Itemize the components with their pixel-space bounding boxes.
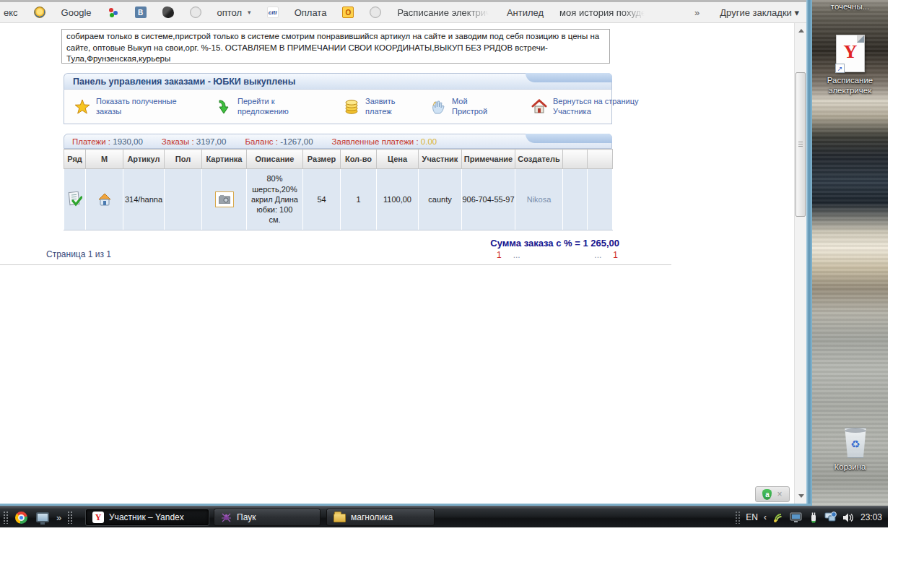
bookmark-citi[interactable]: citi (267, 7, 279, 18)
pagination-last[interactable]: 1 (613, 250, 618, 260)
row-description: 80% шерсть,20% акрил Длина юбки: 100 см. (247, 169, 303, 230)
bookmark-label: екс (4, 7, 18, 18)
orders-table: Ряд М Артикул Пол Картинка Описание Разм… (64, 149, 613, 230)
creator-link[interactable]: Nikosa (527, 195, 552, 204)
taskbar-task-yandex[interactable]: Y Участник – Yandex (85, 509, 209, 526)
col-ryad: Ряд (64, 150, 86, 169)
bookmark-item[interactable] (108, 7, 119, 18)
clock[interactable]: 23:03 (860, 512, 882, 522)
recycle-bin-icon[interactable]: ♻ (844, 428, 867, 458)
adguard-widget: a × (755, 486, 790, 502)
window-border (806, 0, 812, 506)
chrome-icon[interactable] (15, 512, 27, 524)
payments-value: 1930,00 (113, 137, 143, 146)
close-icon[interactable]: × (777, 490, 782, 499)
taskbar: » Y Участник – Yandex Паук магнолика EN (0, 506, 888, 527)
quick-launch: » (0, 506, 75, 528)
declared-payments-label: Заявленные платежи : (332, 137, 419, 146)
shortcut-arrow-icon: ↗ (835, 64, 845, 73)
bookmark-item[interactable] (34, 7, 45, 18)
recycle-bin-label[interactable]: Корзина (812, 462, 888, 472)
speaker-icon[interactable] (842, 512, 853, 523)
quick-launch-overflow-chevron[interactable]: » (56, 512, 61, 523)
bookmark-item[interactable] (162, 7, 174, 18)
arrow-down-icon (798, 494, 804, 498)
my-pristroy-button[interactable]: Мой Пристрой (430, 97, 489, 117)
row-empty-2 (588, 169, 613, 230)
bookmark-oplata[interactable]: Оплата (295, 7, 327, 18)
yandex-browser-icon: Y (92, 512, 104, 523)
toolbar-grip[interactable] (67, 511, 72, 524)
taskbar-task-magnolika[interactable]: магнолика (326, 509, 435, 526)
scrollbar-thumb[interactable] (796, 72, 806, 217)
col-size: Размер (303, 150, 341, 169)
bookmark-item[interactable] (190, 7, 201, 18)
folder-icon (334, 514, 346, 522)
bookmark-optol[interactable]: оптол▾ (217, 7, 251, 18)
table-row: 314/hanna 80% шерсть,20% акрил Длина юбк… (64, 169, 613, 230)
row-participant: caunty (419, 169, 462, 230)
house-icon[interactable] (97, 191, 113, 207)
go-to-offer-button[interactable]: Перейти к предложению (216, 97, 306, 117)
recycle-symbol-icon: ♻ (850, 438, 860, 451)
row-qty: 1 (341, 169, 377, 230)
toolbar-grip[interactable] (3, 511, 8, 524)
other-bookmarks-button[interactable]: Другие закладки ▾ (720, 7, 799, 18)
task-label: Паук (237, 512, 256, 522)
raspisanie-shortcut-icon[interactable]: Y ↗ (836, 35, 865, 72)
col-creator: Создатель (515, 150, 563, 169)
adguard-shield-icon[interactable]: a (762, 489, 772, 500)
camera-icon[interactable] (215, 191, 234, 207)
pagination: 1 ... ... 1 (497, 250, 618, 260)
pagination-dots-left: ... (513, 250, 520, 260)
desktop-icon-tochechny-label[interactable]: точечны... (812, 1, 888, 12)
bookmark-yandex-partial[interactable]: екс (4, 7, 18, 18)
raspisanie-shortcut-label[interactable]: Расписание электричек (812, 75, 888, 96)
scroll-down-button[interactable] (795, 490, 807, 502)
col-empty-2 (588, 150, 613, 169)
button-label: Показать полученные заказы (96, 97, 190, 117)
globe-icon (190, 7, 201, 18)
bookmark-item[interactable]: B (135, 7, 147, 18)
button-label: Мой Пристрой (452, 97, 489, 117)
stats-decoration (526, 134, 612, 143)
network-icon[interactable] (824, 512, 837, 523)
tray-chevron-icon[interactable]: ‹ (764, 512, 767, 522)
dark-bird-icon (162, 7, 174, 18)
col-note: Примечание (462, 150, 515, 169)
yellow-badge-icon (34, 7, 45, 18)
row-size: 54 (303, 169, 341, 230)
orders-value: 3197,00 (196, 137, 227, 146)
bookmark-raspisanie[interactable]: Расписание электрич (397, 7, 491, 18)
panel-toolbar: Показать полученные заказы Перейти к пре… (64, 90, 612, 124)
bookmark-label: моя история похуде (559, 7, 646, 18)
panel-title: Панель управления заказами - ЮБКИ выкупл… (73, 77, 295, 87)
display-tray-icon[interactable] (790, 512, 803, 523)
bookmarks-overflow-chevron[interactable]: » (694, 7, 699, 18)
button-label: Перейти к предложению (237, 97, 306, 117)
desktop: точечны... Y ↗ Расписание электричек ♻ К… (812, 0, 888, 506)
page-scrollbar[interactable] (794, 23, 806, 504)
language-indicator[interactable]: EN (746, 512, 758, 522)
bookmark-item[interactable]: O (342, 7, 354, 18)
tray-grip[interactable] (735, 511, 740, 524)
bookmark-istoria[interactable]: моя история похуде (559, 7, 646, 18)
pagination-dots-right: ... (594, 250, 601, 260)
wireless-device-icon[interactable] (772, 512, 784, 523)
return-to-participant-button[interactable]: Вернуться на страницу Участника (531, 97, 655, 117)
scroll-up-button[interactable] (795, 25, 807, 37)
table-header-row: Ряд М Артикул Пол Картинка Описание Разм… (64, 150, 613, 169)
bookmark-antiled[interactable]: Антилед (507, 7, 544, 18)
show-received-orders-button[interactable]: Показать полученные заказы (74, 97, 190, 117)
declare-payment-button[interactable]: Заявить платеж (344, 97, 400, 117)
spider-icon (221, 512, 232, 523)
bookmark-item[interactable] (370, 7, 381, 18)
power-plug-icon[interactable] (808, 512, 819, 523)
checklist-check-icon[interactable] (68, 191, 82, 207)
bookmark-google[interactable]: Google (61, 7, 92, 18)
show-desktop-icon[interactable] (36, 512, 49, 522)
row-creator-cell: Nikosa (515, 169, 563, 230)
taskbar-task-pauk[interactable]: Паук (214, 509, 321, 526)
yandex-logo-icon: Y (837, 41, 864, 63)
pagination-first[interactable]: 1 (497, 250, 502, 260)
